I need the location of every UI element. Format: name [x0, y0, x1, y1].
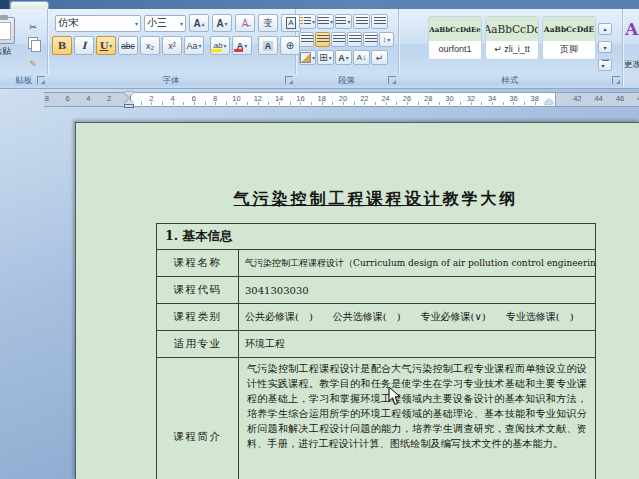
show-marks-button[interactable]: ↵: [371, 50, 388, 65]
caret-down-icon: ▾: [602, 63, 605, 69]
chevron-down-icon: ▾: [329, 54, 332, 61]
sort-button[interactable]: A↓: [353, 50, 370, 65]
shading-button[interactable]: ▾: [299, 50, 316, 65]
character-shading-button[interactable]: A: [258, 36, 278, 55]
ruler-number: 6: [66, 94, 70, 103]
horizontal-ruler[interactable]: 8642246810121416182022242628303234363842…: [0, 92, 639, 107]
ruler-number: 46: [616, 94, 624, 103]
paste-icon[interactable]: [0, 17, 15, 44]
borders-button[interactable]: ⊞▾: [317, 50, 334, 65]
ruler-number: 6: [192, 94, 196, 103]
styles-dialog-launcher[interactable]: [612, 76, 620, 84]
underline-button[interactable]: U ▾: [96, 36, 116, 55]
grow-font-button[interactable]: A▴: [189, 14, 209, 32]
change-styles-icon: A: [625, 19, 638, 39]
caret-up-icon: ▴: [603, 25, 606, 32]
pinyin-guide-button[interactable]: 变: [258, 14, 278, 32]
mouse-cursor: [388, 387, 401, 406]
chevron-down-icon: ▾: [244, 42, 247, 49]
line-spacing-button[interactable]: ↕▾: [379, 32, 394, 47]
change-styles-button[interactable]: 更改: [624, 59, 639, 71]
styles-more-button[interactable]: ▾: [598, 59, 612, 71]
enclose-characters-icon: ⊕: [286, 40, 294, 51]
title-underlined-part: 气污染控制工程课程设计: [234, 189, 443, 208]
paste-button-label[interactable]: 粘贴: [0, 45, 18, 58]
row-label: 课程名称: [157, 250, 239, 276]
paragraph-group-label: 段落: [295, 74, 398, 86]
course-info-table: 1. 基本信息 课程名称 气污染控制工程课程设计（Curriculum desi…: [156, 223, 596, 479]
document-page[interactable]: 气污染控制工程课程设计教学大纲 1. 基本信息 课程名称 气污染控制工程课程设计…: [75, 122, 639, 479]
subscript-button[interactable]: x₂: [140, 36, 160, 55]
ribbon-tab-strip: [0, 0, 639, 9]
format-painter-button[interactable]: ✎: [24, 57, 42, 71]
align-center-button[interactable]: [315, 32, 330, 47]
multilevel-list-button[interactable]: ▾: [335, 14, 352, 29]
styles-scroll-up-button[interactable]: ▴: [598, 23, 612, 35]
decrease-indent-button[interactable]: [353, 14, 370, 29]
distribute-button[interactable]: [363, 32, 378, 47]
style-preview: AaBbCcDdE: [543, 17, 595, 41]
align-right-icon: [333, 35, 345, 44]
chevron-down-icon: ▾: [312, 18, 315, 25]
shrink-font-button[interactable]: A▾: [212, 14, 232, 32]
change-case-button[interactable]: Aa ▾: [184, 36, 204, 55]
clipboard-dialog-launcher[interactable]: [37, 76, 45, 84]
italic-button[interactable]: I: [74, 36, 94, 55]
chevron-down-icon: ▾: [387, 36, 390, 43]
ruler-number: 4: [171, 94, 175, 103]
asian-layout-button[interactable]: A▾: [335, 50, 352, 65]
numbered-list-icon: [318, 17, 329, 26]
superscript-button[interactable]: x²: [162, 36, 182, 55]
more-bar: [602, 60, 609, 61]
strikethrough-button[interactable]: abc: [118, 36, 138, 55]
chevron-down-icon: ▾: [223, 42, 226, 49]
font-name-combo[interactable]: 仿宋 ▾: [55, 15, 141, 32]
text-highlight-button[interactable]: ab ▾: [210, 36, 230, 55]
numbered-list-button[interactable]: ▾: [317, 14, 334, 29]
first-line-indent-marker[interactable]: [124, 92, 134, 97]
row-label: 适用专业: [157, 331, 239, 357]
right-indent-marker[interactable]: [544, 99, 554, 104]
align-right-button[interactable]: [331, 32, 346, 47]
decrease-indent-icon: [356, 17, 368, 26]
ruler-number: 16: [296, 94, 304, 103]
style-card-ourfont1[interactable]: AaBbCcDdEe ourfont1: [428, 16, 482, 60]
justify-button[interactable]: [347, 32, 362, 47]
row-value: 气污染控制工程课程设计是配合大气污染控制工程专业课程而单独设立的设计性实践课程。…: [239, 358, 595, 479]
font-group-label: 字体: [47, 74, 295, 86]
font-color-button[interactable]: A ▾: [232, 36, 252, 55]
multilevel-list-icon: [336, 17, 346, 26]
paragraph-dialog-launcher[interactable]: [388, 76, 396, 84]
styles-group: AaBbCcDdEe ourfont1 AaBbCcDc ↵ zli_i_tt …: [398, 9, 623, 87]
row-value: 环境工程: [239, 331, 595, 357]
document-workspace: 8642246810121416182022242628303234363842…: [0, 89, 639, 479]
paragraph-group: ▾ ▾ ▾ ↕▾ ▾ ⊞▾ A▾ A↓ ↵ 段落: [295, 9, 399, 87]
align-left-button[interactable]: [299, 32, 314, 47]
chevron-down-icon: ▾: [346, 54, 349, 61]
clear-formatting-button[interactable]: A̶: [235, 14, 255, 32]
underline-label: U: [100, 40, 109, 51]
style-card-footer[interactable]: AaBbCcDdE 页脚: [542, 16, 596, 60]
change-styles-group: A 更改: [622, 9, 639, 87]
increase-indent-button[interactable]: [371, 14, 388, 29]
align-left-icon: [301, 35, 313, 44]
bold-label: B: [58, 40, 66, 51]
left-indent-marker[interactable]: [124, 104, 134, 108]
line-spacing-icon: ↕: [383, 36, 387, 43]
format-painter-icon: ✎: [29, 59, 37, 69]
table-row-course-code: 课程代码 3041303030: [157, 277, 595, 304]
ruler-number: 2: [149, 94, 153, 103]
bullet-list-button[interactable]: ▾: [299, 14, 316, 29]
cut-button[interactable]: ✂: [24, 20, 42, 34]
font-size-combo[interactable]: 小三 ▾: [144, 15, 186, 32]
style-card-zli-i-tt[interactable]: AaBbCcDc ↵ zli_i_tt: [485, 16, 539, 60]
styles-scroll-down-button[interactable]: ▾: [598, 41, 612, 53]
copy-button[interactable]: [24, 36, 42, 50]
scissors-icon: ✂: [29, 22, 37, 32]
bold-button[interactable]: B: [52, 36, 72, 55]
row-value: 公共必修课( ) 公共选修课( ) 专业必修课(∨) 专业选修课( ): [239, 304, 595, 330]
table-row-applicable-major: 适用专业 环境工程: [157, 331, 595, 358]
font-dialog-launcher[interactable]: [285, 76, 293, 84]
chevron-down-icon: ▾: [330, 18, 333, 25]
table-row-course-name: 课程名称 气污染控制工程课程设计（Curriculum design of ai…: [157, 250, 595, 277]
